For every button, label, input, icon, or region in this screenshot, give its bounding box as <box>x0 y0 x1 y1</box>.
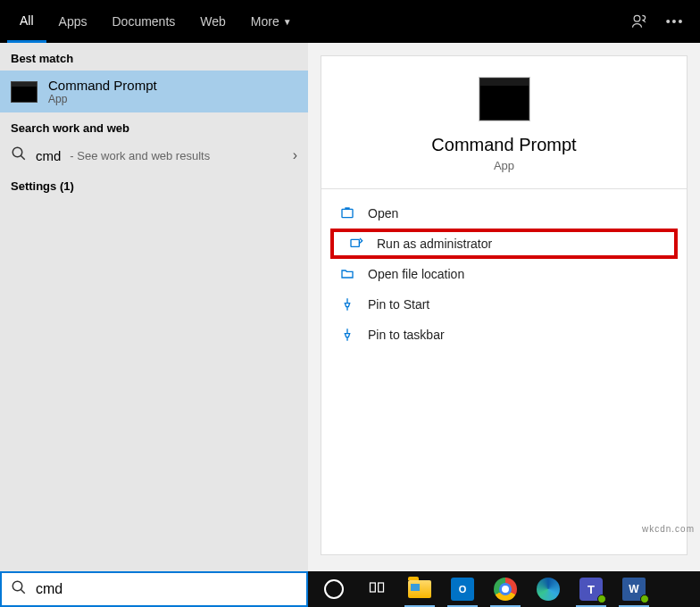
chevron-down-icon: ▼ <box>283 17 292 27</box>
preview-panel: Command Prompt App Open Run as administr… <box>308 43 700 571</box>
outlook-button[interactable]: O <box>442 571 483 607</box>
results-panel: Best match Command Prompt App Search wor… <box>0 43 308 571</box>
outlook-icon: O <box>451 578 474 601</box>
tab-all[interactable]: All <box>7 0 46 43</box>
tab-more[interactable]: More ▼ <box>238 0 304 43</box>
teams-button[interactable]: T <box>571 571 612 607</box>
search-web-label: Search work and web <box>0 112 308 140</box>
tab-documents[interactable]: Documents <box>99 0 188 43</box>
folder-icon <box>339 266 355 282</box>
svg-rect-4 <box>351 239 359 246</box>
status-badge <box>640 595 649 603</box>
action-pin-to-start[interactable]: Pin to Start <box>321 289 687 320</box>
svg-rect-7 <box>371 583 376 592</box>
action-open-file-location[interactable]: Open file location <box>321 259 687 289</box>
task-view-button[interactable] <box>356 571 397 607</box>
search-web-row[interactable]: cmd - See work and web results › <box>0 140 308 170</box>
cortana-icon <box>324 579 344 599</box>
result-command-prompt[interactable]: Command Prompt App <box>0 71 308 112</box>
watermark: wkcdn.com <box>642 524 695 534</box>
action-open[interactable]: Open <box>321 198 687 229</box>
action-pin-to-taskbar[interactable]: Pin to taskbar <box>321 320 687 350</box>
action-pin-taskbar-label: Pin to taskbar <box>368 328 445 342</box>
pin-icon <box>339 296 355 312</box>
search-icon <box>11 579 27 599</box>
svg-point-0 <box>634 15 640 21</box>
chrome-button[interactable] <box>485 571 526 607</box>
svg-line-6 <box>21 589 25 594</box>
svg-rect-3 <box>342 209 353 217</box>
word-button[interactable]: W <box>613 571 654 607</box>
svg-point-1 <box>12 147 22 157</box>
folder-icon <box>408 580 431 598</box>
command-prompt-icon <box>479 78 529 121</box>
more-options-icon[interactable]: ••• <box>657 0 693 43</box>
feedback-icon[interactable] <box>621 0 657 43</box>
settings-label: Settings (1) <box>0 170 308 198</box>
task-view-icon <box>368 578 386 600</box>
result-title: Command Prompt <box>48 78 157 93</box>
ellipsis-icon: ••• <box>666 14 685 29</box>
result-subtitle: App <box>48 93 157 105</box>
chevron-right-icon: › <box>293 147 297 163</box>
chrome-icon <box>494 578 517 601</box>
query-text: cmd <box>36 148 61 163</box>
search-icon <box>11 146 27 165</box>
open-icon <box>339 205 355 221</box>
file-explorer-button[interactable] <box>399 571 440 607</box>
edge-icon <box>537 578 560 601</box>
query-hint: - See work and web results <box>70 149 210 162</box>
search-tabs: All Apps Documents Web More ▼ ••• <box>0 0 700 43</box>
search-input[interactable] <box>36 581 297 597</box>
action-run-as-administrator[interactable]: Run as administrator <box>330 229 678 259</box>
command-prompt-icon <box>11 81 38 103</box>
action-pin-start-label: Pin to Start <box>368 297 429 312</box>
edge-button[interactable] <box>528 571 569 607</box>
preview-title: Command Prompt <box>431 135 576 155</box>
status-badge <box>597 595 606 603</box>
action-open-loc-label: Open file location <box>368 267 464 281</box>
search-input-wrapper[interactable] <box>0 571 308 607</box>
search-bar <box>0 571 308 607</box>
tab-more-label: More <box>251 14 279 29</box>
action-open-label: Open <box>368 206 398 220</box>
taskbar: O T W <box>308 571 700 607</box>
best-match-label: Best match <box>0 43 308 71</box>
tab-web[interactable]: Web <box>188 0 238 43</box>
cortana-button[interactable] <box>313 571 354 607</box>
tab-apps[interactable]: Apps <box>46 0 100 43</box>
action-run-admin-label: Run as administrator <box>377 237 492 251</box>
pin-icon <box>339 327 355 343</box>
svg-line-2 <box>21 155 25 160</box>
svg-point-5 <box>12 581 22 591</box>
preview-kind: App <box>494 159 514 172</box>
svg-rect-8 <box>379 583 384 592</box>
shield-icon <box>348 236 364 252</box>
